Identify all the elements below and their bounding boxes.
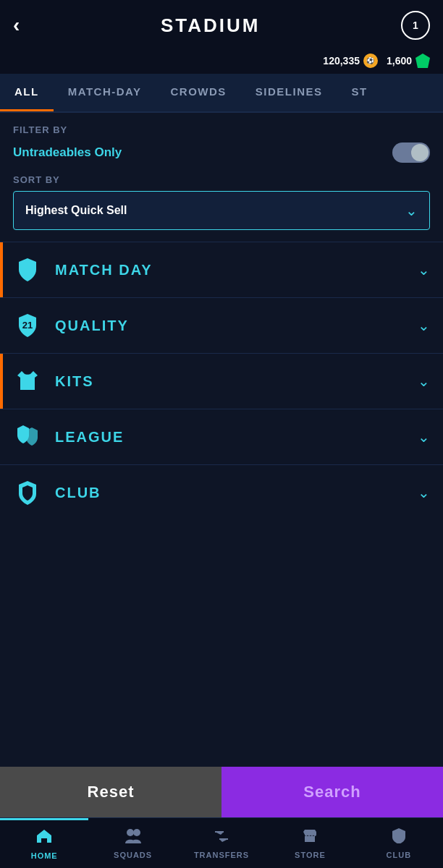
match-day-chevron-icon: ⌄ (418, 261, 430, 278)
svg-text:21: 21 (22, 320, 33, 331)
sort-by-label: SORT BY (13, 174, 430, 185)
reset-button[interactable]: Reset (0, 767, 222, 817)
nav-club[interactable]: CLUB (355, 818, 443, 868)
coin-icon: ⚽ (363, 54, 378, 68)
club-nav-icon (390, 827, 408, 848)
gems-display: 1,600 (387, 54, 430, 68)
tab-match-day[interactable]: MATCH-DAY (54, 74, 156, 111)
header: ‹ STADIUM 1 (0, 0, 443, 51)
match-day-icon (13, 255, 42, 284)
nav-squads-label: SQUADS (114, 851, 152, 859)
coins-display: 120,335 ⚽ (323, 54, 378, 68)
home-icon (35, 828, 53, 848)
quality-icon: 21 (13, 311, 42, 340)
currency-bar: 120,335 ⚽ 1,600 (0, 51, 443, 74)
club-icon (13, 478, 42, 507)
quality-chevron-icon: ⌄ (418, 317, 430, 334)
bottom-actions: Reset Search (0, 767, 443, 817)
filter-section: FILTER BY Untradeables Only (0, 113, 443, 163)
tab-sidelines[interactable]: SIDELINES (241, 74, 337, 111)
quality-label: QUALITY (55, 318, 129, 334)
toggle-knob (411, 144, 429, 161)
filter-items-list: MATCH DAY ⌄ 21 QUALITY ⌄ KITS (0, 242, 443, 520)
club-label: CLUB (55, 485, 101, 501)
sort-dropdown[interactable]: Highest Quick Sell ⌄ (13, 191, 430, 230)
untradeables-toggle[interactable] (392, 142, 430, 163)
untradeables-label: Untradeables Only (13, 145, 122, 160)
sort-section: SORT BY Highest Quick Sell ⌄ (0, 174, 443, 242)
notification-count: 1 (413, 20, 418, 31)
league-chevron-icon: ⌄ (418, 428, 430, 446)
page-title: STADIUM (20, 14, 401, 37)
squads-icon (124, 827, 143, 848)
kits-icon (13, 367, 42, 396)
coins-value: 120,335 (323, 55, 360, 67)
svg-rect-5 (305, 836, 315, 842)
match-day-label: MATCH DAY (55, 262, 153, 278)
tab-st[interactable]: ST (337, 74, 382, 111)
filter-item-quality[interactable]: 21 QUALITY ⌄ (0, 297, 443, 353)
svg-point-2 (133, 829, 140, 836)
gem-icon (415, 54, 430, 68)
league-icon (13, 422, 42, 451)
nav-home-label: HOME (31, 851, 58, 860)
filter-item-league[interactable]: LEAGUE ⌄ (0, 409, 443, 464)
filter-item-club[interactable]: CLUB ⌄ (0, 464, 443, 520)
back-button[interactable]: ‹ (13, 14, 20, 37)
chevron-down-icon: ⌄ (405, 202, 418, 219)
sort-value: Highest Quick Sell (25, 204, 127, 217)
kits-chevron-icon: ⌄ (418, 373, 430, 390)
notification-icon[interactable]: 1 (401, 11, 430, 40)
nav-transfers[interactable]: TRANSFERS (177, 818, 266, 868)
tabs-bar: ALL MATCH-DAY CROWDS SIDELINES ST (0, 74, 443, 113)
nav-squads[interactable]: SQUADS (88, 818, 177, 868)
filter-by-label: FILTER BY (13, 124, 430, 135)
filter-item-match-day[interactable]: MATCH DAY ⌄ (0, 242, 443, 297)
svg-point-1 (127, 829, 134, 836)
search-button[interactable]: Search (222, 767, 443, 817)
league-label: LEAGUE (55, 429, 124, 446)
tab-all[interactable]: ALL (0, 74, 54, 111)
gems-value: 1,600 (387, 55, 412, 67)
nav-store-label: STORE (295, 851, 326, 859)
nav-home[interactable]: HOME (0, 818, 88, 868)
nav-transfers-label: TRANSFERS (194, 851, 249, 859)
nav-club-label: CLUB (387, 851, 412, 859)
transfers-icon (212, 827, 231, 848)
tab-crowds[interactable]: CROWDS (156, 74, 241, 111)
club-chevron-icon: ⌄ (418, 484, 430, 501)
svg-rect-3 (215, 831, 224, 833)
filter-item-kits[interactable]: KITS ⌄ (0, 353, 443, 409)
svg-rect-4 (219, 838, 228, 840)
kits-label: KITS (55, 373, 94, 390)
bottom-nav: HOME SQUADS TRANSFERS (0, 817, 443, 868)
nav-store[interactable]: STORE (266, 818, 354, 868)
untradeables-row: Untradeables Only (13, 142, 430, 163)
store-icon (301, 827, 318, 848)
